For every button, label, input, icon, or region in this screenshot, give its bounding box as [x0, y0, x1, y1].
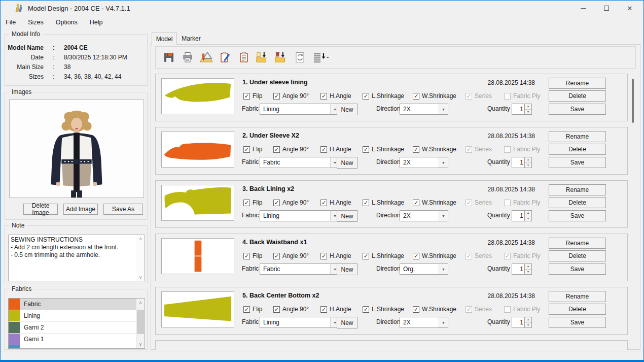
note-scrollbar[interactable]: ∧ ∨: [136, 235, 145, 281]
notes-icon[interactable]: [237, 50, 251, 64]
note-text[interactable]: SEWING INSTRUCTIONS - Add 2 cm length ex…: [9, 235, 136, 281]
angle-90-checkbox[interactable]: ✓ Angle 90°: [273, 306, 309, 313]
w-shrinkage-checkbox[interactable]: ✓ W.Shrinkage: [413, 306, 456, 313]
tab-marker[interactable]: Marker: [179, 32, 203, 45]
print-icon[interactable]: [181, 50, 195, 64]
new-fabric-button[interactable]: New: [337, 210, 357, 222]
spin-down-icon[interactable]: ▼: [525, 323, 531, 328]
scroll-down-icon[interactable]: ∨: [139, 274, 142, 281]
flip-checkbox[interactable]: ✓ Flip: [243, 199, 262, 206]
save-piece-button[interactable]: Save: [549, 157, 606, 168]
menu-item[interactable]: Help: [90, 19, 103, 26]
rename-piece-button[interactable]: Rename: [549, 184, 606, 195]
menu-item[interactable]: Options: [56, 19, 78, 26]
direction-select[interactable]: 2X ▼: [400, 104, 448, 115]
save-piece-button[interactable]: Save: [549, 317, 606, 328]
flip-checkbox[interactable]: ✓ Flip: [243, 146, 262, 153]
flip-checkbox[interactable]: ✓ Flip: [243, 252, 262, 259]
rename-piece-button[interactable]: Rename: [549, 131, 606, 142]
fabric-select[interactable]: Lining ▼: [260, 104, 340, 115]
fabric-select[interactable]: Lining ▼: [260, 317, 340, 328]
minimize-button[interactable]: [571, 1, 595, 16]
close-button[interactable]: ✕: [618, 1, 641, 16]
h-angle-checkbox[interactable]: ✓ H.Angle: [320, 306, 351, 313]
spin-up-icon[interactable]: ▲: [525, 264, 531, 270]
delete-piece-button[interactable]: Delete: [549, 144, 606, 155]
new-fabric-button[interactable]: New: [337, 317, 357, 328]
menu-item[interactable]: Sizes: [28, 19, 44, 26]
spin-up-icon[interactable]: ▲: [525, 104, 531, 110]
quantity-stepper[interactable]: 1 ▲ ▼: [512, 317, 532, 328]
h-angle-checkbox[interactable]: ✓ H.Angle: [320, 92, 351, 100]
delete-piece-button[interactable]: Delete: [549, 197, 606, 208]
new-fabric-button[interactable]: New: [337, 264, 357, 275]
rename-piece-button[interactable]: Rename: [549, 291, 606, 302]
h-angle-checkbox[interactable]: ✓ H.Angle: [320, 252, 351, 259]
rename-piece-button[interactable]: Rename: [549, 238, 606, 249]
sort-menu-icon[interactable]: [312, 50, 331, 64]
w-shrinkage-checkbox[interactable]: ✓ W.Shrinkage: [413, 92, 456, 100]
angle-90-checkbox[interactable]: ✓ Angle 90°: [273, 146, 309, 153]
angle-90-checkbox[interactable]: ✓ Angle 90°: [273, 252, 309, 259]
spin-down-icon[interactable]: ▼: [525, 216, 531, 221]
plotter-icon[interactable]: [199, 50, 213, 64]
delete-piece-button[interactable]: Delete: [549, 250, 606, 261]
save-as-button[interactable]: Save As: [103, 204, 143, 215]
angle-90-checkbox[interactable]: ✓ Angle 90°: [273, 92, 309, 100]
save-piece-button[interactable]: Save: [549, 264, 606, 275]
fabric-list-item[interactable]: [9, 345, 136, 348]
add-image-button[interactable]: Add Image: [63, 204, 98, 215]
rename-piece-button[interactable]: Rename: [549, 78, 606, 89]
fabric-list-item[interactable]: Garni 2: [9, 322, 136, 334]
refresh-icon[interactable]: [293, 50, 307, 64]
fabrics-scrollbar[interactable]: ∧ ∨: [136, 299, 145, 348]
spin-down-icon[interactable]: ▼: [525, 110, 531, 115]
l-shrinkage-checkbox[interactable]: ✓ L.Shrinkage: [363, 146, 404, 153]
chevron-down-icon[interactable]: ▼: [439, 264, 448, 274]
fabric-select[interactable]: Lining ▼: [260, 210, 340, 221]
direction-select[interactable]: 2X ▼: [400, 210, 448, 221]
fabric-list-item[interactable]: Lining: [9, 310, 136, 322]
spin-up-icon[interactable]: ▲: [525, 157, 531, 163]
menu-item[interactable]: File: [6, 19, 16, 26]
direction-select[interactable]: 2X ▼: [400, 157, 448, 168]
edit-notes-icon[interactable]: [218, 50, 232, 64]
scroll-up-icon[interactable]: ∧: [136, 299, 145, 306]
l-shrinkage-checkbox[interactable]: ✓ L.Shrinkage: [363, 199, 404, 206]
chevron-down-icon[interactable]: ▼: [439, 317, 448, 327]
scroll-down-icon[interactable]: ∨: [136, 341, 145, 348]
scrollbar-thumb[interactable]: [137, 310, 144, 334]
l-shrinkage-checkbox[interactable]: ✓ L.Shrinkage: [363, 306, 404, 313]
direction-select[interactable]: 2X ▼: [400, 317, 448, 328]
l-shrinkage-checkbox[interactable]: ✓ L.Shrinkage: [363, 92, 404, 100]
import-folder-icon[interactable]: [256, 50, 270, 64]
quantity-stepper[interactable]: 1 ▲ ▼: [512, 157, 532, 168]
new-fabric-button[interactable]: New: [337, 104, 357, 115]
save-piece-button[interactable]: Save: [549, 104, 606, 115]
quantity-stepper[interactable]: 1 ▲ ▼: [512, 104, 532, 115]
delete-piece-button[interactable]: Delete: [549, 90, 606, 102]
quantity-stepper[interactable]: 1 ▲ ▼: [512, 210, 532, 221]
save-piece-button[interactable]: Save: [549, 210, 606, 221]
l-shrinkage-checkbox[interactable]: ✓ L.Shrinkage: [363, 252, 404, 259]
chevron-down-icon[interactable]: ▼: [439, 211, 448, 221]
spin-down-icon[interactable]: ▼: [525, 163, 531, 168]
w-shrinkage-checkbox[interactable]: ✓ W.Shrinkage: [413, 199, 456, 206]
fabric-list-item[interactable]: Fabric: [9, 299, 136, 310]
fabric-list-item[interactable]: Garni 1: [9, 334, 136, 345]
fabric-select[interactable]: Fabric ▼: [260, 157, 340, 168]
scroll-up-icon[interactable]: ∧: [139, 235, 142, 242]
new-fabric-button[interactable]: New: [337, 157, 357, 169]
delete-piece-button[interactable]: Delete: [549, 304, 606, 315]
spin-up-icon[interactable]: ▲: [525, 317, 531, 323]
save-icon[interactable]: [162, 50, 176, 64]
tab-model[interactable]: Model: [152, 32, 177, 45]
pieces-scrollbar-thumb[interactable]: [632, 79, 634, 123]
h-angle-checkbox[interactable]: ✓ H.Angle: [320, 199, 351, 206]
angle-90-checkbox[interactable]: ✓ Angle 90°: [273, 199, 309, 206]
spin-up-icon[interactable]: ▲: [525, 211, 531, 216]
quantity-stepper[interactable]: 1 ▲ ▼: [512, 264, 532, 275]
maximize-button[interactable]: [595, 1, 618, 16]
delete-image-button[interactable]: Delete Image: [23, 204, 58, 215]
spin-down-icon[interactable]: ▼: [525, 270, 531, 275]
